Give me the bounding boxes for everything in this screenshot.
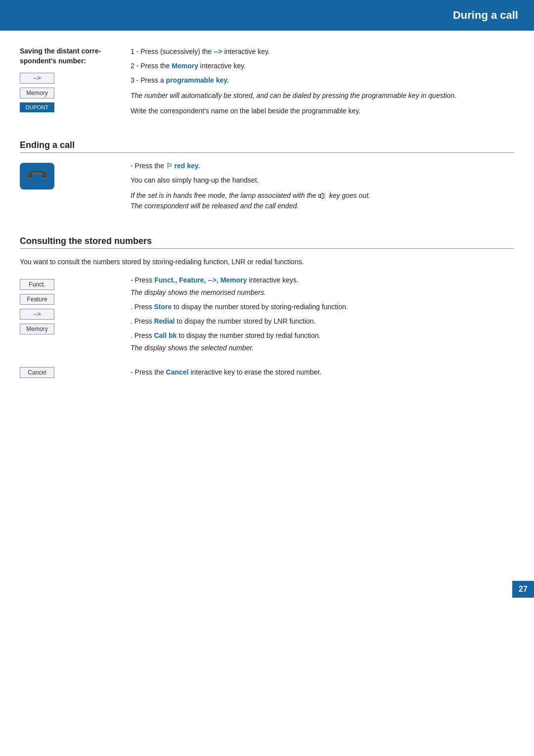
step1-highlight: --> <box>214 47 222 55</box>
consulting-step4: . Press Call bk to dispay the number sto… <box>131 331 514 353</box>
header-title: During a call <box>453 9 518 21</box>
memory-key-button[interactable]: Memory <box>20 88 54 98</box>
saving-right-col: 1 - Press (sucessively) the --> interact… <box>131 47 514 120</box>
speaker-icon <box>318 193 326 199</box>
step3-text: 3 - Press a programmable key. <box>131 75 514 86</box>
feature-key-button[interactable]: Feature <box>20 294 54 305</box>
ending-step1: - Press the ⚐ red key. <box>131 161 514 171</box>
dupont-key-button[interactable]: DUPONT <box>20 102 54 112</box>
consulting-title: Consulting the stored numbers <box>20 236 514 249</box>
redial-highlight: Redial <box>154 317 175 325</box>
svg-line-4 <box>324 197 325 198</box>
ending-title: Ending a call <box>20 140 514 153</box>
consulting-step2: . Press Store to dispay the number store… <box>131 302 514 312</box>
consulting-right-col: - Press Funct., Feature, -->, Memory int… <box>131 275 514 357</box>
ending-italic: If the set is in hands free mode, the la… <box>131 190 514 211</box>
consulting-step1-italic: The display shows the memorised numbers. <box>131 287 514 298</box>
step3-highlight: programmable key. <box>166 76 229 84</box>
cancel-step: - Press the Cancel interactive key to er… <box>131 367 514 378</box>
callbk-highlight: Call bk <box>154 331 177 339</box>
cancel-right-col: - Press the Cancel interactive key to er… <box>131 367 514 381</box>
phone-glyph: 📞 <box>25 164 50 189</box>
consulting-keys-group: Funct. Feature --> Memory <box>20 279 119 336</box>
consulting-step1-highlight: Funct., Feature, -->, Memory <box>154 276 247 284</box>
consulting-step3: . Press Redial to dispay the number stor… <box>131 316 514 327</box>
saving-label: Saving the distant corre- spondent's num… <box>20 47 119 66</box>
cancel-row: Cancel - Press the Cancel interactive ke… <box>20 367 514 381</box>
arrow-key-button[interactable]: --> <box>20 73 54 84</box>
saving-extra-text: Write the correspondent's name on the la… <box>131 106 514 116</box>
store-highlight: Store <box>154 303 172 311</box>
saving-left-col: Saving the distant corre- spondent's num… <box>20 47 119 120</box>
page-number: 27 <box>512 581 534 598</box>
saving-keys-group: --> Memory DUPONT <box>20 73 119 114</box>
consulting-left-col: Funct. Feature --> Memory <box>20 275 119 357</box>
consulting-intro: You want to consult the numbers stored b… <box>20 257 514 267</box>
funct-key-button[interactable]: Funct. <box>20 279 54 290</box>
step2-highlight: Memory <box>172 62 198 70</box>
red-key-highlight: ⚐ red key. <box>166 162 200 170</box>
ending-left-col: 📞 <box>20 161 119 189</box>
cancel-highlight: Cancel <box>166 368 189 376</box>
page-header: During a call <box>0 0 534 31</box>
cancel-left-col: Cancel <box>20 367 119 380</box>
cancel-key-button[interactable]: Cancel <box>20 367 54 378</box>
svg-line-2 <box>324 194 325 195</box>
step2-text: 2 - Press the Memory interactive key. <box>131 61 514 71</box>
step1-text: 1 - Press (sucessively) the --> interact… <box>131 47 514 57</box>
consulting-step1: - Press Funct., Feature, -->, Memory int… <box>131 275 514 298</box>
saving-section: Saving the distant corre- spondent's num… <box>20 47 514 120</box>
saving-italic-note: The number will automatically be stored,… <box>131 91 514 101</box>
arrow2-key-button[interactable]: --> <box>20 309 54 320</box>
consulting-step4-italic: The display shows the selected number. <box>131 343 514 353</box>
consulting-main-row: Funct. Feature --> Memory - Press Funct.… <box>20 275 514 357</box>
memory2-key-button[interactable]: Memory <box>20 324 54 334</box>
ending-step2: You can also simply hang-up the handset. <box>131 175 514 186</box>
consulting-section: Consulting the stored numbers You want t… <box>20 236 514 381</box>
ending-section: Ending a call 📞 - Press the ⚐ red key. Y… <box>20 140 514 216</box>
phone-icon: 📞 <box>20 163 54 189</box>
ending-right-col: - Press the ⚐ red key. You can also simp… <box>131 161 514 216</box>
svg-marker-1 <box>320 193 323 199</box>
ending-body-row: 📞 - Press the ⚐ red key. You can also si… <box>20 161 514 216</box>
